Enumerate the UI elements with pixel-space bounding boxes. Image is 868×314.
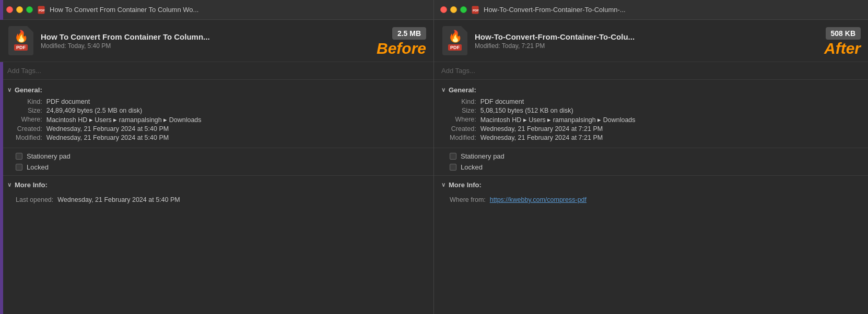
right-pdf-icon: 🔥 PDF bbox=[441, 25, 468, 56]
right-stationery-label: Stationery pad bbox=[461, 152, 505, 160]
right-file-header: 🔥 PDF How-To-Convert-From-Container-To-C… bbox=[434, 20, 868, 62]
right-more-info-table: Where from: https://kwebby.com/compress-… bbox=[441, 193, 861, 203]
right-modified-label: Modified: bbox=[450, 134, 476, 141]
right-more-info-label: More Info: bbox=[449, 181, 482, 189]
right-general-section: ∨ General: Kind: PDF document Size: 5,08… bbox=[434, 80, 868, 148]
right-where-from-value[interactable]: https://kwebby.com/compress-pdf bbox=[490, 196, 861, 203]
left-locked-label: Locked bbox=[27, 163, 49, 171]
left-where-label: Where: bbox=[16, 116, 42, 124]
svg-text:PDF: PDF bbox=[39, 9, 45, 12]
left-more-info-section: ∨ More Info: Last opened: Wednesday, 21 … bbox=[0, 176, 433, 209]
right-more-info-section: ∨ More Info: Where from: https://kwebby.… bbox=[434, 176, 868, 209]
right-more-info-chevron: ∨ bbox=[441, 182, 445, 188]
right-info-content[interactable]: ∨ General: Kind: PDF document Size: 5,08… bbox=[434, 80, 868, 314]
right-panel: PDF How-To-Convert-From-Container-To-Col… bbox=[434, 0, 868, 314]
right-checkboxes-section: Stationery pad Locked bbox=[434, 148, 868, 176]
left-general-section: ∨ General: Kind: PDF document Size: 24,8… bbox=[0, 80, 433, 148]
right-kind-value: PDF document bbox=[480, 98, 861, 105]
left-title-bar: PDF How To Convert From Container To Col… bbox=[0, 0, 433, 20]
left-more-info-label: More Info: bbox=[15, 181, 48, 189]
left-pdf-icon: 🔥 PDF bbox=[7, 25, 34, 56]
right-created-value: Wednesday, 21 February 2024 at 7:21 PM bbox=[480, 125, 861, 132]
left-pdf-title-icon: PDF bbox=[37, 6, 45, 14]
right-tags-row[interactable]: Add Tags... bbox=[434, 62, 868, 80]
left-modified-label: Modified: bbox=[16, 134, 42, 141]
right-stationery-checkbox[interactable] bbox=[450, 153, 456, 160]
left-more-info-header[interactable]: ∨ More Info: bbox=[7, 181, 426, 189]
left-tags-row[interactable]: Add Tags... bbox=[0, 62, 433, 80]
left-file-header: 🔥 PDF How To Convert From Container To C… bbox=[0, 20, 433, 62]
left-created-label: Created: bbox=[16, 125, 42, 132]
right-general-label: General: bbox=[449, 86, 476, 94]
left-label-before: Before bbox=[377, 40, 426, 57]
right-general-header[interactable]: ∨ General: bbox=[441, 86, 861, 94]
left-file-title: How To Convert From Container To Column.… bbox=[41, 32, 344, 41]
right-file-title: How-To-Convert-From-Container-To-Colu... bbox=[475, 32, 778, 41]
right-stationery-row: Stationery pad bbox=[450, 152, 861, 160]
left-kind-label: Kind: bbox=[16, 98, 42, 105]
left-file-info: How To Convert From Container To Column.… bbox=[41, 32, 426, 50]
left-last-opened-label: Last opened: bbox=[16, 196, 53, 203]
left-general-header[interactable]: ∨ General: bbox=[7, 86, 426, 94]
left-stationery-label: Stationery pad bbox=[27, 152, 71, 160]
left-locked-checkbox[interactable] bbox=[16, 164, 22, 171]
right-file-info: How-To-Convert-From-Container-To-Colu...… bbox=[475, 32, 861, 50]
left-tags-placeholder: Add Tags... bbox=[7, 67, 41, 75]
left-more-info-chevron: ∨ bbox=[7, 182, 11, 188]
right-kind-label: Kind: bbox=[450, 98, 476, 105]
left-size-value: 24,89,409 bytes (2.5 MB on disk) bbox=[46, 107, 426, 114]
left-general-chevron: ∨ bbox=[7, 87, 11, 93]
right-more-info-header[interactable]: ∨ More Info: bbox=[441, 181, 861, 189]
right-tags-placeholder: Add Tags... bbox=[441, 67, 475, 75]
left-traffic-lights bbox=[6, 6, 33, 13]
right-modified-value: Wednesday, 21 February 2024 at 7:21 PM bbox=[480, 134, 861, 141]
left-file-size-badge: 2.5 MB bbox=[392, 27, 426, 40]
left-last-opened-value: Wednesday, 21 February 2024 at 5:40 PM bbox=[57, 196, 426, 203]
right-pdf-flame-icon: 🔥 bbox=[448, 31, 462, 42]
left-locked-row: Locked bbox=[16, 163, 426, 171]
right-maximize-button[interactable] bbox=[460, 6, 467, 13]
right-file-modified: Modified: Today, 7:21 PM bbox=[475, 42, 861, 50]
right-created-label: Created: bbox=[450, 125, 476, 132]
left-pdf-badge: PDF bbox=[14, 44, 28, 51]
right-general-table: Kind: PDF document Size: 5,08,150 bytes … bbox=[441, 98, 861, 141]
right-close-button[interactable] bbox=[440, 6, 447, 13]
right-traffic-lights bbox=[440, 6, 467, 13]
left-where-value: Macintosh HD ▸ Users ▸ ramanpalsingh ▸ D… bbox=[46, 116, 426, 124]
right-where-value: Macintosh HD ▸ Users ▸ ramanpalsingh ▸ D… bbox=[480, 116, 861, 124]
right-locked-row: Locked bbox=[450, 163, 861, 171]
left-close-button[interactable] bbox=[6, 6, 13, 13]
right-locked-label: Locked bbox=[461, 163, 483, 171]
left-maximize-button[interactable] bbox=[26, 6, 33, 13]
right-size-value: 5,08,150 bytes (512 KB on disk) bbox=[480, 107, 861, 114]
right-where-from-label: Where from: bbox=[450, 196, 486, 203]
right-title-bar: PDF How-To-Convert-From-Container-To-Col… bbox=[434, 0, 868, 20]
left-general-table: Kind: PDF document Size: 24,89,409 bytes… bbox=[7, 98, 426, 141]
right-title-bar-text: How-To-Convert-From-Container-To-Column-… bbox=[484, 6, 862, 14]
left-minimize-button[interactable] bbox=[16, 6, 23, 13]
left-more-info-table: Last opened: Wednesday, 21 February 2024… bbox=[7, 193, 426, 203]
right-pdf-title-icon: PDF bbox=[471, 6, 479, 14]
right-locked-checkbox[interactable] bbox=[450, 164, 456, 171]
right-file-size-badge: 508 KB bbox=[826, 27, 861, 40]
right-size-label: Size: bbox=[450, 107, 476, 114]
left-file-modified: Modified: Today, 5:40 PM bbox=[41, 42, 426, 50]
left-stationery-row: Stationery pad bbox=[16, 152, 426, 160]
left-info-content[interactable]: ∨ General: Kind: PDF document Size: 24,8… bbox=[0, 80, 433, 314]
left-stationery-checkbox[interactable] bbox=[16, 153, 22, 160]
left-title-bar-text: How To Convert From Container To Column … bbox=[50, 6, 427, 14]
left-checkboxes-section: Stationery pad Locked bbox=[0, 148, 433, 176]
left-pdf-flame-icon: 🔥 bbox=[14, 31, 28, 42]
right-where-label: Where: bbox=[450, 116, 476, 124]
left-created-value: Wednesday, 21 February 2024 at 5:40 PM bbox=[46, 125, 426, 132]
right-general-chevron: ∨ bbox=[441, 87, 445, 93]
right-label-after: After bbox=[824, 40, 861, 57]
right-pdf-badge: PDF bbox=[448, 44, 462, 51]
left-kind-value: PDF document bbox=[46, 98, 426, 105]
left-panel: PDF How To Convert From Container To Col… bbox=[0, 0, 434, 314]
left-modified-value: Wednesday, 21 February 2024 at 5:40 PM bbox=[46, 134, 426, 141]
left-general-label: General: bbox=[15, 86, 42, 94]
right-minimize-button[interactable] bbox=[450, 6, 457, 13]
svg-text:PDF: PDF bbox=[473, 9, 479, 12]
left-size-label: Size: bbox=[16, 107, 42, 114]
